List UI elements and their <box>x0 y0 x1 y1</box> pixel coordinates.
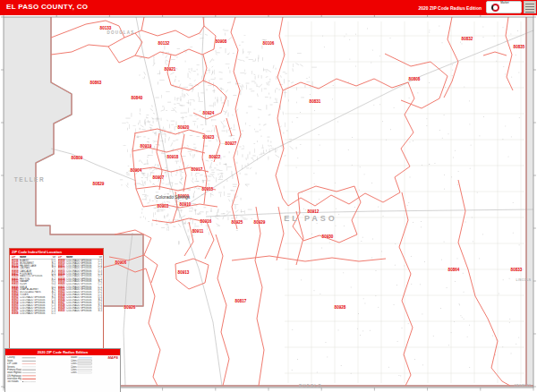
zip-label-80904: 80904 <box>131 168 142 173</box>
county-label-teller: TELLER <box>14 176 45 183</box>
outside-area-east <box>526 17 533 386</box>
legend-sample-ushwy <box>22 375 36 376</box>
legend-sample-zip <box>22 363 36 364</box>
zip-label-80918: 80918 <box>167 155 179 159</box>
legend-sample-city1 <box>77 360 91 362</box>
legend-sample-interstate <box>22 379 36 380</box>
title-banner: EL PASO COUNTY, CO 2020 ZIP Code Radius … <box>0 0 537 15</box>
zip-label-80929: 80929 <box>254 220 266 225</box>
city-label: Colorado Springs <box>156 194 191 200</box>
fine-print-box <box>524 1 536 13</box>
zip-label-80921: 80921 <box>165 67 176 72</box>
zip-label-80908: 80908 <box>216 39 227 44</box>
zip-label-80917: 80917 <box>192 167 203 172</box>
legend-sample-city4 <box>77 369 91 371</box>
zip-label-80833: 80833 <box>511 268 523 272</box>
zip-label-80106: 80106 <box>263 41 275 46</box>
county-label-crowley: CROWLEY <box>515 384 532 388</box>
zip-label-80928: 80928 <box>335 305 346 310</box>
zip-label-80920: 80920 <box>178 125 190 130</box>
zip-label-80919: 80919 <box>141 144 152 149</box>
zip-label-80817: 80817 <box>235 299 247 303</box>
zip-label-80832: 80832 <box>462 37 473 41</box>
zip-label-80133: 80133 <box>100 26 112 30</box>
zip-label-80926: 80926 <box>124 305 136 310</box>
county-title: EL PASO COUNTY, CO <box>6 3 88 11</box>
county-label-pueblo: PUEBLO <box>299 384 322 388</box>
zip-label-80831: 80831 <box>310 99 321 104</box>
zip-label-80924: 80924 <box>203 111 215 115</box>
zip-label-80925: 80925 <box>232 220 243 225</box>
legend-sample-city2 <box>77 362 91 364</box>
zip-label-80903: 80903 <box>158 204 169 209</box>
edition-label: 2020 ZIP Code Radius Edition <box>419 5 482 11</box>
zip-label-80835: 80835 <box>514 45 525 49</box>
zip-label-80840: 80840 <box>132 96 143 100</box>
zip-label-80132: 80132 <box>158 41 170 46</box>
zip-label-80930: 80930 <box>322 234 334 239</box>
logo-text-small: Market <box>500 1 508 4</box>
legend-sample-city5 <box>77 372 91 374</box>
index-row: 80908COLORADO SPRINGSD-1 <box>12 312 55 315</box>
legend-item: Cities 10,000 to 24,999 <box>71 371 92 374</box>
legend-sample-city3 <box>77 366 91 368</box>
zip-label-80922: 80922 <box>209 155 221 159</box>
legend-sample-primary <box>22 370 36 371</box>
legend-sample-state <box>22 361 36 362</box>
zip-label-80915: 80915 <box>202 187 214 192</box>
legend-title: 2020 ZIP Code Radius Edition <box>5 349 120 355</box>
zip-label-80912: 80912 <box>308 209 320 214</box>
zip-label-80829: 80829 <box>93 182 105 186</box>
county-label-douglas: DOUGLAS <box>107 30 135 35</box>
zip-label-80863: 80863 <box>90 81 102 85</box>
marketmaps-logo: Market MAPS <box>486 1 522 13</box>
map-poster: EL PASO COUNTY, CO 2020 ZIP Code Radius … <box>0 0 537 392</box>
zip-label-80916: 80916 <box>200 219 212 224</box>
zip-label-80808: 80808 <box>409 77 421 81</box>
zip-label-80906: 80906 <box>115 260 127 265</box>
zip-label-80907: 80907 <box>153 175 165 180</box>
zip-label-80910: 80910 <box>180 202 192 207</box>
zip-label-80923: 80923 <box>203 135 215 140</box>
legend-sample-county <box>22 357 36 358</box>
zip-label-80864: 80864 <box>448 268 460 272</box>
county-label-lincoln: LINCOLN <box>516 278 532 282</box>
zip-label-80911: 80911 <box>192 229 204 234</box>
legend-body: CountyStateZIP CodeStreetsPrimary RoadsS… <box>5 355 120 392</box>
legend-box: 2020 ZIP Code Radius Edition MAPS County… <box>4 348 121 392</box>
legend-maps-logo: MAPS <box>107 355 118 360</box>
legend-item: Toll Roads <box>7 380 36 383</box>
zip-index-title: ZIP Code Index/Grid Location <box>10 249 103 255</box>
zip-label-80913: 80913 <box>178 270 190 275</box>
zip-label-80809: 80809 <box>72 156 83 160</box>
index-row: 80930COLORADO SPRINGSE-3 <box>58 310 102 312</box>
zip-label-80927: 80927 <box>226 141 237 146</box>
globe-swirl-icon <box>491 4 499 12</box>
map-area: DOUGLASTELLEREL PASOPUEBLOLINCOLNCROWLEY… <box>0 15 537 392</box>
legend-sample-water <box>78 357 91 358</box>
county-label-el paso: EL PASO <box>284 214 337 223</box>
